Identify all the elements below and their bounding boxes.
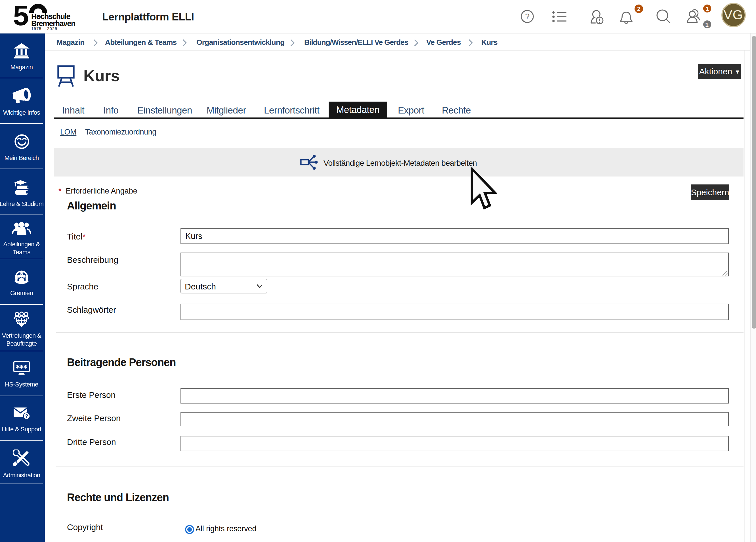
svg-text:?: ? (25, 413, 28, 419)
svg-text:?: ? (525, 12, 530, 21)
